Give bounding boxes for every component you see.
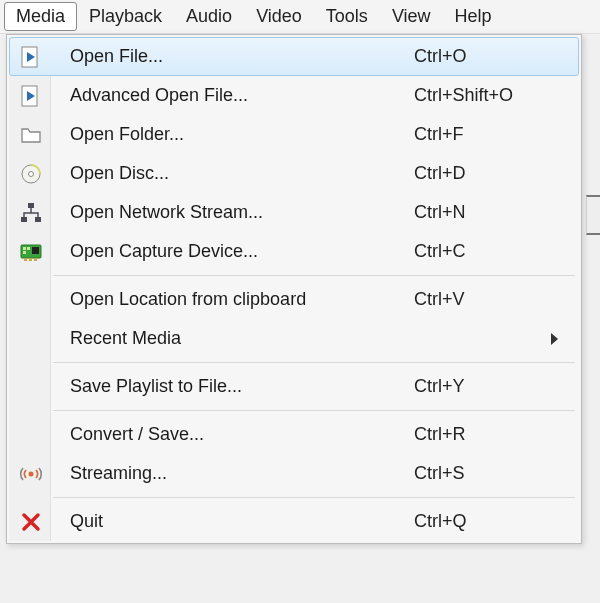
menu-view[interactable]: View (380, 2, 443, 31)
svg-rect-11 (27, 247, 30, 250)
menu-item-open-network-stream[interactable]: Open Network Stream... Ctrl+N (9, 193, 579, 232)
menu-separator (9, 406, 579, 415)
menu-separator (9, 271, 579, 280)
svg-point-5 (29, 171, 34, 176)
network-icon (10, 202, 52, 224)
menu-item-label: Quit (52, 511, 414, 532)
menu-item-save-playlist[interactable]: Save Playlist to File... Ctrl+Y (9, 367, 579, 406)
menu-item-label: Open Capture Device... (52, 241, 414, 262)
menu-item-recent-media[interactable]: Recent Media (9, 319, 579, 358)
menu-item-label: Open File... (52, 46, 414, 67)
svg-rect-8 (35, 217, 41, 222)
menu-audio[interactable]: Audio (174, 2, 244, 31)
menu-item-streaming[interactable]: Streaming... Ctrl+S (9, 454, 579, 493)
menu-media[interactable]: Media (4, 2, 77, 31)
menu-separator (9, 493, 579, 502)
menu-item-label: Advanced Open File... (52, 85, 414, 106)
menu-item-shortcut: Ctrl+Shift+O (414, 85, 564, 106)
menu-item-shortcut: Ctrl+Y (414, 376, 564, 397)
quit-icon (10, 512, 52, 532)
media-dropdown: Open File... Ctrl+O Advanced Open File..… (6, 34, 582, 544)
svg-rect-7 (21, 217, 27, 222)
menubar: Media Playback Audio Video Tools View He… (0, 0, 600, 34)
svg-rect-6 (28, 203, 34, 208)
svg-rect-15 (29, 258, 32, 261)
menu-item-open-location-clipboard[interactable]: Open Location from clipboard Ctrl+V (9, 280, 579, 319)
menu-item-open-disc[interactable]: Open Disc... Ctrl+D (9, 154, 579, 193)
menu-item-label: Save Playlist to File... (52, 376, 414, 397)
capture-card-icon (10, 242, 52, 262)
menu-item-label: Open Folder... (52, 124, 414, 145)
menu-item-shortcut: Ctrl+C (414, 241, 564, 262)
play-file-icon (10, 46, 52, 68)
menu-item-label: Open Location from clipboard (52, 289, 414, 310)
folder-icon (10, 124, 52, 146)
menu-item-label: Convert / Save... (52, 424, 414, 445)
menu-item-label: Recent Media (52, 328, 401, 349)
menu-item-shortcut: Ctrl+Q (414, 511, 564, 532)
menu-help[interactable]: Help (443, 2, 504, 31)
svg-rect-13 (32, 247, 39, 254)
disc-icon (10, 163, 52, 185)
menu-item-label: Open Network Stream... (52, 202, 414, 223)
menu-item-shortcut: Ctrl+O (414, 46, 564, 67)
menu-item-open-file[interactable]: Open File... Ctrl+O (9, 37, 579, 76)
menu-playback[interactable]: Playback (77, 2, 174, 31)
menu-tools[interactable]: Tools (314, 2, 380, 31)
svg-rect-10 (23, 247, 26, 250)
menu-item-shortcut: Ctrl+D (414, 163, 564, 184)
menu-item-convert-save[interactable]: Convert / Save... Ctrl+R (9, 415, 579, 454)
menu-item-quit[interactable]: Quit Ctrl+Q (9, 502, 579, 541)
play-file-icon (10, 85, 52, 107)
svg-point-17 (29, 471, 34, 476)
svg-rect-12 (23, 251, 26, 254)
menu-item-shortcut: Ctrl+V (414, 289, 564, 310)
menu-item-shortcut: Ctrl+S (414, 463, 564, 484)
menu-video[interactable]: Video (244, 2, 314, 31)
submenu-arrow-icon (551, 333, 558, 345)
menu-item-label: Open Disc... (52, 163, 414, 184)
svg-rect-14 (24, 258, 27, 261)
menu-item-open-capture-device[interactable]: Open Capture Device... Ctrl+C (9, 232, 579, 271)
window-edge (586, 195, 600, 235)
menu-item-label: Streaming... (52, 463, 414, 484)
menu-item-shortcut: Ctrl+R (414, 424, 564, 445)
menu-item-open-folder[interactable]: Open Folder... Ctrl+F (9, 115, 579, 154)
svg-rect-16 (34, 258, 37, 261)
menu-item-shortcut: Ctrl+N (414, 202, 564, 223)
stream-icon (10, 465, 52, 483)
menu-item-shortcut: Ctrl+F (414, 124, 564, 145)
menu-separator (9, 358, 579, 367)
menu-item-advanced-open-file[interactable]: Advanced Open File... Ctrl+Shift+O (9, 76, 579, 115)
